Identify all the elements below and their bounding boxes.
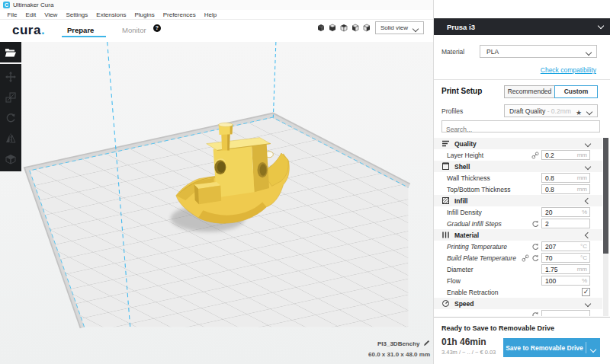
cura-logo: cura. (12, 24, 45, 37)
mirror-tool-button[interactable] (0, 129, 21, 148)
save-to-removable-drive-button[interactable]: Save to Removable Drive (503, 338, 600, 357)
material-value: PLA (486, 48, 499, 56)
rename-pencil-icon[interactable] (423, 340, 430, 346)
per-model-settings-button[interactable] (0, 149, 21, 169)
reset-icon[interactable] (531, 311, 539, 317)
settings-list: Quality Layer Height 0.2mm Shell Wall Th… (434, 138, 602, 316)
view-right-icon[interactable] (362, 23, 371, 33)
tool-sidebar (0, 42, 21, 171)
custom-mode-button[interactable]: Custom (554, 85, 598, 98)
chevron-down-icon (585, 300, 591, 306)
toolbar-separator (0, 62, 21, 64)
print-setup-title: Print Setup (441, 87, 482, 95)
move-icon (5, 72, 16, 82)
setting-partial-clipped-row[interactable] (434, 309, 602, 316)
scrollbar-thumb[interactable] (603, 138, 608, 254)
tab-prepare[interactable]: Prepare (67, 26, 94, 34)
material-usage: 3.43m / ~ .. / ~ € 0.03 (441, 349, 496, 356)
layer-height-field[interactable]: 0.2mm (541, 150, 590, 160)
setting-top-bottom-thickness[interactable]: Top/Bottom Thickness 0.8mm (434, 184, 602, 195)
scale-tool-button[interactable] (0, 88, 21, 107)
star-icon[interactable]: ★ (576, 107, 582, 119)
clipped-field[interactable] (541, 310, 590, 316)
job-status: Ready to Save to Removable Drive (441, 324, 554, 332)
chevron-down-icon (585, 163, 591, 169)
setting-wall-thickness[interactable]: Wall Thickness 0.8mm (434, 172, 602, 184)
view-left-icon[interactable] (351, 23, 360, 33)
menu-help[interactable]: Help (200, 11, 220, 18)
menu-preferences[interactable]: Preferences (159, 11, 200, 18)
infill-icon (441, 196, 450, 205)
link-icon (522, 254, 529, 262)
check-compatibility-link[interactable]: Check compatibility (541, 66, 596, 74)
view-3d-icon[interactable] (316, 23, 326, 33)
menu-edit[interactable]: Edit (21, 11, 40, 18)
wall-thickness-field[interactable]: 0.8mm (541, 173, 590, 183)
rotate-icon (5, 113, 16, 123)
view-front-icon[interactable] (328, 23, 337, 33)
menu-file[interactable]: File (3, 11, 21, 18)
tab-monitor[interactable]: Monitor (122, 26, 146, 34)
menu-plugins[interactable]: Plugins (130, 11, 159, 18)
active-tab-underline (62, 36, 106, 37)
link-icon (531, 152, 539, 159)
print-time: 01h 46min (441, 337, 486, 347)
profile-dropdown[interactable]: Draft Quality - 0.2mm ★ (504, 104, 598, 117)
settings-scrollbar[interactable] (603, 138, 608, 316)
gradual-infill-steps-field[interactable]: 2 (541, 219, 590, 228)
enable-retraction-checkbox[interactable]: ✓ (582, 288, 590, 296)
chevron-left-icon (585, 197, 591, 203)
top-bottom-thickness-field[interactable]: 0.8mm (541, 184, 590, 194)
menu-settings[interactable]: Settings (62, 11, 92, 18)
setting-enable-retraction[interactable]: Enable Retraction ✓ (434, 286, 602, 298)
viewport-3d[interactable]: PI3_3DBenchy 60.0 x 31.0 x 48.0 mm (0, 42, 433, 364)
material-dropdown[interactable]: PLA (480, 45, 597, 58)
chevron-down-icon (413, 26, 419, 32)
model-info: PI3_3DBenchy 60.0 x 31.0 x 48.0 mm (368, 335, 430, 358)
output-panel: Ready to Save to Removable Drive 01h 46m… (434, 317, 610, 364)
machine-selector[interactable]: Prusa i3 (434, 18, 610, 35)
help-badge-icon[interactable]: ? (153, 24, 161, 32)
section-speed[interactable]: Speed (434, 298, 602, 309)
recommended-mode-button[interactable]: Recommended (504, 85, 555, 98)
mirror-icon (5, 133, 16, 144)
move-tool-button[interactable] (0, 67, 21, 87)
build-volume-edge-back (273, 42, 276, 117)
infill-density-field[interactable]: 20% (541, 207, 590, 217)
chevron-down-icon (586, 109, 592, 115)
stage-header: cura. Prepare Monitor ? Solid view (0, 21, 433, 43)
setting-gradual-infill-steps[interactable]: Gradual Infill Steps 2 (434, 218, 602, 229)
section-material[interactable]: Material (434, 229, 602, 241)
window-title: Ultimaker Cura (13, 2, 53, 8)
machine-name: Prusa i3 (447, 23, 475, 31)
divider (434, 79, 610, 80)
setting-infill-density[interactable]: Infill Density 20% (434, 206, 602, 218)
section-shell[interactable]: Shell (434, 161, 602, 172)
view-top-icon[interactable] (339, 23, 348, 33)
build-plate-temperature-field[interactable]: 70°C (541, 253, 590, 263)
diameter-field[interactable]: 1.75mm (541, 264, 590, 274)
printing-temperature-field[interactable]: 207°C (541, 241, 590, 251)
menu-view[interactable]: View (40, 11, 62, 18)
setting-build-plate-temperature[interactable]: Build Plate Temperature 70°C (434, 252, 602, 263)
setting-diameter[interactable]: Diameter 1.75mm (434, 263, 602, 275)
setting-flow[interactable]: Flow 100% (434, 275, 602, 286)
setting-printing-temperature[interactable]: Printing Temperature 207°C (434, 241, 602, 252)
rotate-tool-button[interactable] (0, 108, 21, 128)
menu-extensions[interactable]: Extensions (92, 11, 130, 18)
setting-layer-height[interactable]: Layer Height 0.2mm (434, 149, 602, 161)
reset-icon[interactable] (531, 243, 539, 251)
open-file-button[interactable] (0, 42, 21, 62)
section-quality[interactable]: Quality (434, 138, 602, 149)
flow-field[interactable]: 100% (541, 276, 590, 286)
reset-icon[interactable] (531, 220, 539, 228)
quality-icon (441, 139, 450, 148)
section-infill[interactable]: Infill (434, 195, 602, 206)
chevron-down-icon (585, 140, 591, 146)
reset-icon[interactable] (531, 254, 539, 262)
search-input[interactable] (442, 124, 599, 135)
view-mode-dropdown[interactable]: Solid view (375, 21, 424, 34)
profile-detail: - 0.2mm (547, 107, 571, 115)
model-dimensions: 60.0 x 31.0 x 48.0 mm (368, 351, 430, 358)
chevron-down-icon (598, 23, 604, 29)
